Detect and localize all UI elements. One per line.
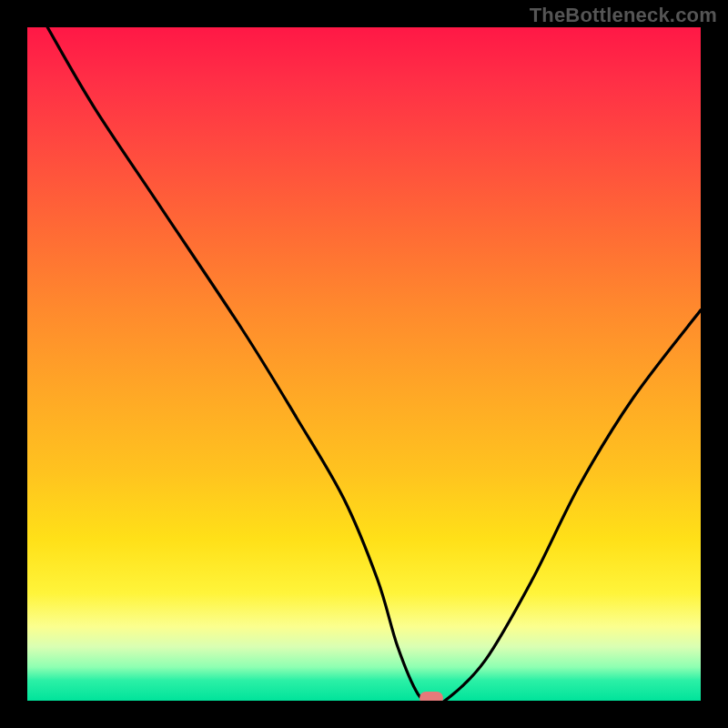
bottleneck-curve bbox=[27, 27, 701, 701]
min-marker bbox=[420, 692, 443, 701]
curve-path bbox=[47, 27, 701, 701]
chart-frame: TheBottleneck.com bbox=[0, 0, 728, 728]
plot-area bbox=[27, 27, 701, 701]
watermark-text: TheBottleneck.com bbox=[530, 4, 717, 27]
